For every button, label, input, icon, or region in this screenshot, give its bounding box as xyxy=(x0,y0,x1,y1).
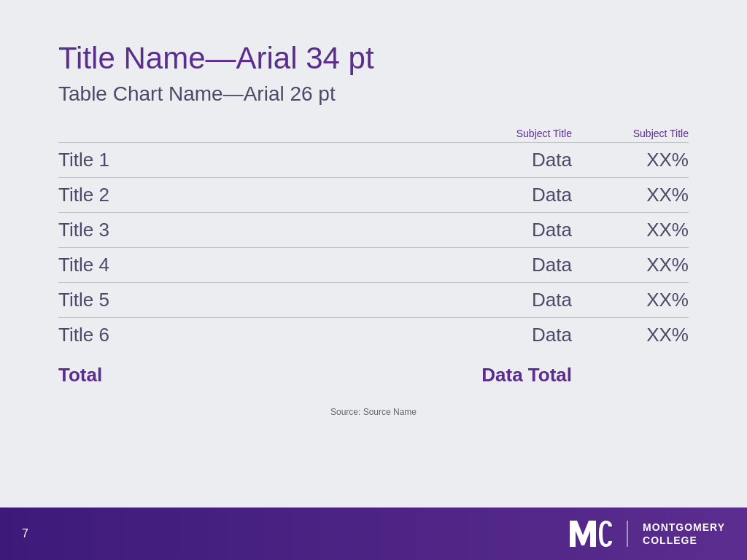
table-header-row: Subject Title Subject Title xyxy=(58,128,689,139)
col-left-header xyxy=(58,128,455,139)
mc-logo-svg xyxy=(568,518,612,550)
row-title-6: Title 6 xyxy=(58,324,455,346)
logo-area: MONTGOMERY COLLEGE xyxy=(568,518,725,550)
row-data-5: Data xyxy=(455,289,572,311)
total-label: Total xyxy=(58,364,455,386)
col2-header: Subject Title xyxy=(455,128,572,139)
row-xx-3: XX% xyxy=(572,219,689,241)
row-data-2: Data xyxy=(455,184,572,206)
row-title-4: Title 4 xyxy=(58,254,455,276)
mc-logo xyxy=(568,518,612,550)
row-data-6: Data xyxy=(455,324,572,346)
table-row: Title 3 Data XX% xyxy=(58,212,689,247)
page-number: 7 xyxy=(22,527,28,540)
row-xx-4: XX% xyxy=(572,254,689,276)
total-row: Total Data Total xyxy=(58,352,689,392)
row-title-1: Title 1 xyxy=(58,149,455,171)
svg-marker-0 xyxy=(570,521,596,547)
row-title-5: Title 5 xyxy=(58,289,455,311)
row-xx-2: XX% xyxy=(572,184,689,206)
table-row: Title 4 Data XX% xyxy=(58,247,689,282)
row-data-1: Data xyxy=(455,149,572,171)
college-name: MONTGOMERY COLLEGE xyxy=(643,521,725,547)
col3-header: Subject Title xyxy=(572,128,689,139)
table-row: Title 6 Data XX% xyxy=(58,317,689,352)
row-data-4: Data xyxy=(455,254,572,276)
row-title-2: Title 2 xyxy=(58,184,455,206)
slide-content: Title Name—Arial 34 pt Table Chart Name—… xyxy=(0,0,747,508)
row-xx-6: XX% xyxy=(572,324,689,346)
total-data: Data Total xyxy=(455,364,572,386)
source-text: Source: Source Name xyxy=(58,407,689,417)
logo-divider xyxy=(627,521,628,547)
table-row: Title 2 Data XX% xyxy=(58,177,689,212)
sub-title: Table Chart Name—Arial 26 pt xyxy=(58,82,689,106)
table-row: Title 5 Data XX% xyxy=(58,282,689,317)
table-area: Subject Title Subject Title Title 1 Data… xyxy=(58,128,689,392)
row-data-3: Data xyxy=(455,219,572,241)
row-xx-5: XX% xyxy=(572,289,689,311)
row-xx-1: XX% xyxy=(572,149,689,171)
slide: Title Name—Arial 34 pt Table Chart Name—… xyxy=(0,0,747,560)
main-title: Title Name—Arial 34 pt xyxy=(58,40,689,77)
row-title-3: Title 3 xyxy=(58,219,455,241)
footer: 7 MONTGOMERY COLLEGE xyxy=(0,508,747,560)
table-row: Title 1 Data XX% xyxy=(58,142,689,177)
